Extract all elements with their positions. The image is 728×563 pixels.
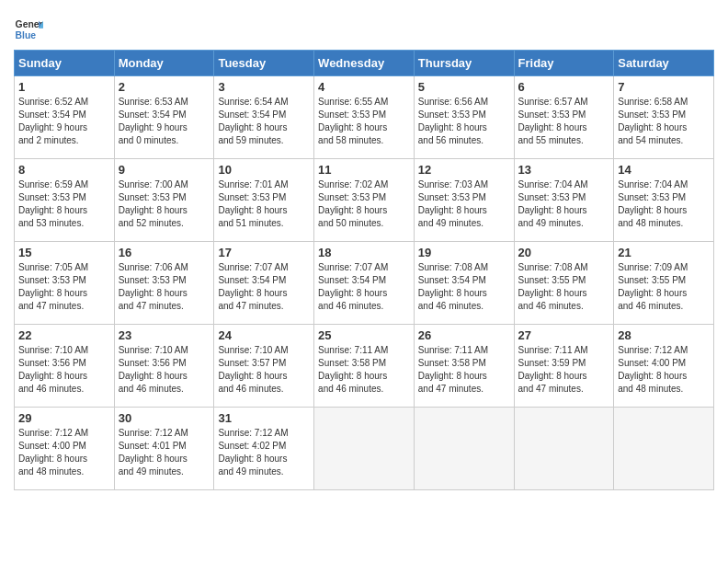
day-number: 28 <box>618 328 710 342</box>
calendar-day-cell: 4Sunrise: 6:55 AM Sunset: 3:53 PM Daylig… <box>314 76 415 159</box>
calendar-day-cell: 15Sunrise: 7:05 AM Sunset: 3:53 PM Dayli… <box>15 242 115 325</box>
day-number: 25 <box>318 328 410 342</box>
day-number: 3 <box>218 80 310 94</box>
calendar-day-cell <box>514 408 614 490</box>
day-number: 31 <box>218 411 310 425</box>
day-info: Sunrise: 7:05 AM Sunset: 3:53 PM Dayligh… <box>18 261 110 313</box>
calendar-day-cell: 29Sunrise: 7:12 AM Sunset: 4:00 PM Dayli… <box>15 408 115 490</box>
day-number: 17 <box>218 246 310 259</box>
calendar-table: SundayMondayTuesdayWednesdayThursdayFrid… <box>14 50 714 490</box>
calendar-day-cell: 26Sunrise: 7:11 AM Sunset: 3:58 PM Dayli… <box>414 325 514 408</box>
day-info: Sunrise: 7:07 AM Sunset: 3:54 PM Dayligh… <box>218 261 310 313</box>
day-info: Sunrise: 7:11 AM Sunset: 3:58 PM Dayligh… <box>418 344 510 396</box>
calendar-day-cell: 24Sunrise: 7:10 AM Sunset: 3:57 PM Dayli… <box>214 325 314 408</box>
day-info: Sunrise: 7:10 AM Sunset: 3:56 PM Dayligh… <box>119 344 210 396</box>
calendar-day-cell: 2Sunrise: 6:53 AM Sunset: 3:54 PM Daylig… <box>114 76 214 159</box>
calendar-day-cell: 23Sunrise: 7:10 AM Sunset: 3:56 PM Dayli… <box>114 325 214 408</box>
day-info: Sunrise: 7:11 AM Sunset: 3:58 PM Dayligh… <box>318 344 410 396</box>
svg-text:Blue: Blue <box>16 30 37 40</box>
day-info: Sunrise: 7:06 AM Sunset: 3:53 PM Dayligh… <box>119 261 210 313</box>
day-number: 11 <box>318 163 410 177</box>
calendar-day-cell: 21Sunrise: 7:09 AM Sunset: 3:55 PM Dayli… <box>614 242 714 325</box>
day-info: Sunrise: 7:00 AM Sunset: 3:53 PM Dayligh… <box>119 178 210 230</box>
day-number: 26 <box>418 328 510 342</box>
calendar-day-cell: 18Sunrise: 7:07 AM Sunset: 3:54 PM Dayli… <box>314 242 415 325</box>
day-info: Sunrise: 6:59 AM Sunset: 3:53 PM Dayligh… <box>18 178 110 230</box>
calendar-day-cell: 31Sunrise: 7:12 AM Sunset: 4:02 PM Dayli… <box>214 408 314 490</box>
calendar-week-row: 8Sunrise: 6:59 AM Sunset: 3:53 PM Daylig… <box>15 159 714 242</box>
day-info: Sunrise: 7:04 AM Sunset: 3:53 PM Dayligh… <box>518 178 610 230</box>
day-info: Sunrise: 6:52 AM Sunset: 3:54 PM Dayligh… <box>18 96 110 147</box>
day-info: Sunrise: 7:12 AM Sunset: 4:00 PM Dayligh… <box>18 427 110 478</box>
day-number: 20 <box>518 246 610 259</box>
day-info: Sunrise: 7:10 AM Sunset: 3:56 PM Dayligh… <box>18 344 110 396</box>
day-of-week-header: Tuesday <box>214 51 314 76</box>
day-info: Sunrise: 6:53 AM Sunset: 3:54 PM Dayligh… <box>119 96 210 147</box>
calendar-day-cell: 22Sunrise: 7:10 AM Sunset: 3:56 PM Dayli… <box>15 325 115 408</box>
calendar-day-cell: 10Sunrise: 7:01 AM Sunset: 3:53 PM Dayli… <box>214 159 314 242</box>
calendar-day-cell: 12Sunrise: 7:03 AM Sunset: 3:53 PM Dayli… <box>414 159 514 242</box>
day-number: 24 <box>218 328 310 342</box>
day-number: 22 <box>18 328 110 342</box>
day-info: Sunrise: 7:12 AM Sunset: 4:02 PM Dayligh… <box>218 427 310 478</box>
day-info: Sunrise: 7:03 AM Sunset: 3:53 PM Dayligh… <box>418 178 510 230</box>
calendar-day-cell: 28Sunrise: 7:12 AM Sunset: 4:00 PM Dayli… <box>614 325 714 408</box>
day-of-week-header: Monday <box>114 51 214 76</box>
day-number: 23 <box>119 328 210 342</box>
day-number: 27 <box>518 328 610 342</box>
calendar-day-cell: 19Sunrise: 7:08 AM Sunset: 3:54 PM Dayli… <box>414 242 514 325</box>
calendar-week-row: 29Sunrise: 7:12 AM Sunset: 4:00 PM Dayli… <box>15 408 714 490</box>
day-number: 19 <box>418 246 510 259</box>
calendar-day-cell: 11Sunrise: 7:02 AM Sunset: 3:53 PM Dayli… <box>314 159 415 242</box>
day-number: 9 <box>119 163 210 177</box>
day-info: Sunrise: 7:08 AM Sunset: 3:54 PM Dayligh… <box>418 261 510 313</box>
calendar-day-cell: 14Sunrise: 7:04 AM Sunset: 3:53 PM Dayli… <box>614 159 714 242</box>
day-of-week-header: Wednesday <box>314 51 415 76</box>
day-info: Sunrise: 7:10 AM Sunset: 3:57 PM Dayligh… <box>218 344 310 396</box>
calendar-day-cell <box>314 408 415 490</box>
day-number: 21 <box>618 246 710 259</box>
calendar-day-cell: 17Sunrise: 7:07 AM Sunset: 3:54 PM Dayli… <box>214 242 314 325</box>
day-info: Sunrise: 6:58 AM Sunset: 3:53 PM Dayligh… <box>618 96 710 147</box>
day-number: 15 <box>18 246 110 259</box>
day-number: 30 <box>119 411 210 425</box>
day-number: 16 <box>119 246 210 259</box>
day-info: Sunrise: 7:07 AM Sunset: 3:54 PM Dayligh… <box>318 261 410 313</box>
calendar-day-cell: 3Sunrise: 6:54 AM Sunset: 3:54 PM Daylig… <box>214 76 314 159</box>
day-info: Sunrise: 7:08 AM Sunset: 3:55 PM Dayligh… <box>518 261 610 313</box>
day-of-week-header: Sunday <box>15 51 115 76</box>
calendar-day-cell: 16Sunrise: 7:06 AM Sunset: 3:53 PM Dayli… <box>114 242 214 325</box>
calendar-week-row: 22Sunrise: 7:10 AM Sunset: 3:56 PM Dayli… <box>15 325 714 408</box>
page-header: General Blue <box>14 9 714 44</box>
day-info: Sunrise: 6:56 AM Sunset: 3:53 PM Dayligh… <box>418 96 510 147</box>
calendar-day-cell: 6Sunrise: 6:57 AM Sunset: 3:53 PM Daylig… <box>514 76 614 159</box>
calendar-day-cell: 13Sunrise: 7:04 AM Sunset: 3:53 PM Dayli… <box>514 159 614 242</box>
logo-icon: General Blue <box>14 15 43 44</box>
day-info: Sunrise: 7:12 AM Sunset: 4:01 PM Dayligh… <box>119 427 210 478</box>
day-info: Sunrise: 6:57 AM Sunset: 3:53 PM Dayligh… <box>518 96 610 147</box>
day-number: 18 <box>318 246 410 259</box>
logo: General Blue <box>14 15 43 44</box>
calendar-day-cell: 20Sunrise: 7:08 AM Sunset: 3:55 PM Dayli… <box>514 242 614 325</box>
day-number: 7 <box>618 80 710 94</box>
day-number: 29 <box>18 411 110 425</box>
day-info: Sunrise: 7:01 AM Sunset: 3:53 PM Dayligh… <box>218 178 310 230</box>
day-info: Sunrise: 7:02 AM Sunset: 3:53 PM Dayligh… <box>318 178 410 230</box>
day-of-week-header: Saturday <box>614 51 714 76</box>
day-number: 1 <box>18 80 110 94</box>
day-number: 14 <box>618 163 710 177</box>
day-info: Sunrise: 7:04 AM Sunset: 3:53 PM Dayligh… <box>618 178 710 230</box>
calendar-day-cell: 5Sunrise: 6:56 AM Sunset: 3:53 PM Daylig… <box>414 76 514 159</box>
day-number: 6 <box>518 80 610 94</box>
day-number: 10 <box>218 163 310 177</box>
calendar-day-cell: 8Sunrise: 6:59 AM Sunset: 3:53 PM Daylig… <box>15 159 115 242</box>
day-info: Sunrise: 6:54 AM Sunset: 3:54 PM Dayligh… <box>218 96 310 147</box>
calendar-day-cell <box>614 408 714 490</box>
day-info: Sunrise: 7:12 AM Sunset: 4:00 PM Dayligh… <box>618 344 710 396</box>
calendar-day-cell: 30Sunrise: 7:12 AM Sunset: 4:01 PM Dayli… <box>114 408 214 490</box>
calendar-day-cell: 9Sunrise: 7:00 AM Sunset: 3:53 PM Daylig… <box>114 159 214 242</box>
calendar-week-row: 15Sunrise: 7:05 AM Sunset: 3:53 PM Dayli… <box>15 242 714 325</box>
day-info: Sunrise: 7:11 AM Sunset: 3:59 PM Dayligh… <box>518 344 610 396</box>
day-number: 8 <box>18 163 110 177</box>
day-number: 12 <box>418 163 510 177</box>
